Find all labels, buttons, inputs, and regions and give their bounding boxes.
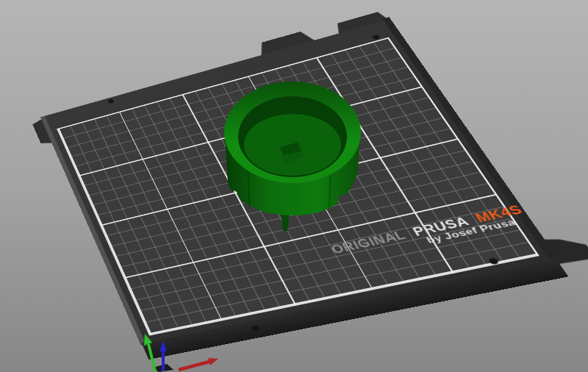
- x-axis-arrow-icon: [179, 362, 209, 370]
- x-axis-arrowhead-icon: [208, 358, 218, 365]
- viewport-3d[interactable]: ORIGINAL PRUSA MK4S by Josef Prusa: [0, 0, 588, 372]
- origin-cube: [152, 364, 173, 372]
